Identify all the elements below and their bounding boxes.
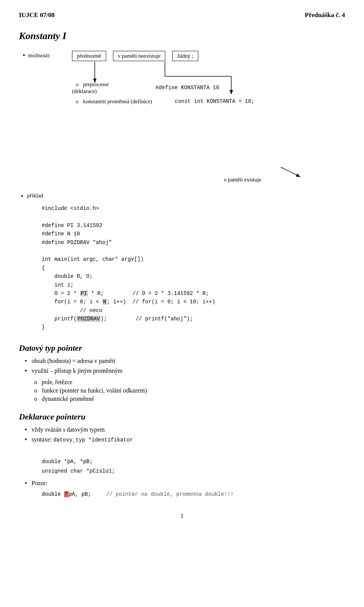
pozor-code-left: double *pA, pB; xyxy=(42,491,91,497)
deklarace-list: vždy svázán s datovým typem syntaxe: dat… xyxy=(21,426,345,444)
bullet-svazani: vždy svázán s datovým typem xyxy=(21,426,345,434)
bullet-obsah: obsah (hodnota) = adresa v paměti xyxy=(21,358,345,365)
header-left: IUJCE 07/08 xyxy=(19,11,55,19)
bullet-syntaxe: syntaxe: datovy_typ *identifikator xyxy=(21,436,345,444)
svg-line-4 xyxy=(281,167,300,177)
bullet-vyuziti: využití – přístup k jiným proměnným xyxy=(21,367,345,375)
syntaxe-code: datovy_typ *identifikator xyxy=(53,437,133,443)
v-pameti-existuje-arrow xyxy=(72,167,337,180)
pozor-code-right: // pointer na double, promenna double!!! xyxy=(106,491,234,497)
page-number: 1 xyxy=(19,512,345,519)
datovy-typ-list: obsah (hodnota) = adresa v paměti využit… xyxy=(21,358,345,375)
define-code: #define KONSTANTA 10 xyxy=(155,85,219,91)
const-code: const int KONSTANTA = 10; xyxy=(175,98,254,104)
sub-dynamicke: dynamické proměnné xyxy=(27,396,345,402)
section2-title: Datový typ pointer xyxy=(19,343,345,353)
box-prednostne: přednostně xyxy=(72,51,106,61)
pozor-list: Pozor: xyxy=(21,480,345,487)
sub-funkce: funkce (pointer na funkci, volání odkaze… xyxy=(27,387,345,394)
priklad-label: příklad xyxy=(27,192,43,199)
deklarace-code: double *pA, *pB; unsigned char *pCislo1; xyxy=(42,448,345,476)
konstantni-label: konstantní proměnná (definice) xyxy=(83,98,152,104)
moznosti-label: možnosti: xyxy=(28,52,50,59)
box-zadny: žádný ; xyxy=(172,51,198,61)
sub-pole: pole, řetězce xyxy=(27,379,345,386)
priklad-code: #include <stdio.h> #define PI 3.141592 #… xyxy=(42,204,345,332)
datovy-sub-list: pole, řetězce funkce (pointer na funkci,… xyxy=(27,379,345,402)
bullet-pozor: Pozor: xyxy=(21,480,345,487)
section3-title: Deklarace pointeru xyxy=(19,412,345,422)
page-header: IUJCE 07/08 Přednáška č. 4 xyxy=(19,11,345,19)
box-v-pameti-neexistuje: v paměti neexistuje xyxy=(113,51,166,61)
v-pameti-existuje: v paměti existuje xyxy=(224,177,261,183)
section1-title: Konstanty I xyxy=(19,30,345,42)
konstanty-diagram: • možnosti: přednostně v paměti neexistu… xyxy=(23,49,345,183)
header-right: Přednáška č. 4 xyxy=(305,11,345,19)
